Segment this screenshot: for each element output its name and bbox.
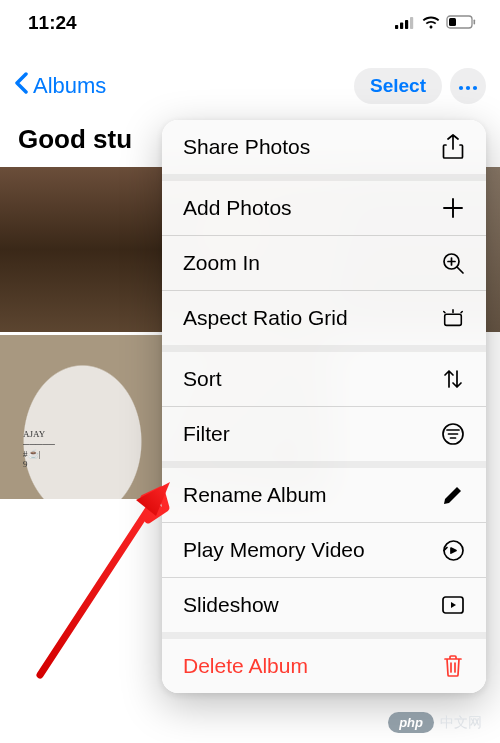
share-icon (441, 135, 465, 159)
menu-item-sort[interactable]: Sort (162, 352, 486, 407)
menu-item-rename-album[interactable]: Rename Album (162, 468, 486, 523)
svg-point-8 (466, 86, 470, 90)
menu-item-delete-album[interactable]: Delete Album (162, 639, 486, 693)
svg-rect-2 (405, 20, 408, 29)
svg-rect-1 (400, 23, 403, 30)
filter-icon (441, 422, 465, 446)
menu-item-zoom-in[interactable]: Zoom In (162, 236, 486, 291)
svg-rect-3 (410, 17, 413, 29)
nav-bar: Albums Select (0, 40, 500, 124)
chevron-left-icon (14, 72, 29, 100)
battery-icon (446, 12, 476, 34)
svg-rect-0 (395, 25, 398, 29)
photo-thumbnail[interactable] (0, 167, 165, 332)
menu-item-play-memory-video[interactable]: Play Memory Video (162, 523, 486, 578)
menu-item-label: Delete Album (183, 654, 308, 678)
wifi-icon (421, 12, 441, 34)
sort-icon (441, 367, 465, 391)
status-time: 11:24 (28, 12, 77, 34)
menu-item-label: Filter (183, 422, 230, 446)
status-indicators (395, 12, 476, 34)
menu-item-aspect-ratio-grid[interactable]: Aspect Ratio Grid (162, 291, 486, 352)
select-label: Select (370, 75, 426, 96)
ellipsis-icon (457, 77, 479, 95)
more-button[interactable] (450, 68, 486, 104)
status-bar: 11:24 (0, 0, 500, 40)
svg-point-9 (473, 86, 477, 90)
select-button[interactable]: Select (354, 68, 442, 104)
svg-rect-6 (474, 20, 476, 25)
menu-item-label: Add Photos (183, 196, 292, 220)
menu-item-label: Zoom In (183, 251, 260, 275)
annotation-arrow (18, 480, 178, 680)
watermark-badge: php (388, 712, 434, 733)
svg-rect-5 (449, 18, 456, 26)
menu-item-filter[interactable]: Filter (162, 407, 486, 468)
svg-rect-11 (445, 314, 462, 325)
pencil-icon (441, 483, 465, 507)
svg-point-7 (459, 86, 463, 90)
menu-item-label: Rename Album (183, 483, 327, 507)
menu-item-label: Aspect Ratio Grid (183, 306, 348, 330)
menu-item-label: Sort (183, 367, 222, 391)
menu-item-slideshow[interactable]: Slideshow (162, 578, 486, 639)
menu-item-label: Slideshow (183, 593, 279, 617)
photo-thumbnail[interactable] (0, 335, 165, 500)
back-button[interactable]: Albums (14, 72, 106, 100)
menu-item-label: Share Photos (183, 135, 310, 159)
slideshow-icon (441, 593, 465, 617)
menu-item-share-photos[interactable]: Share Photos (162, 120, 486, 181)
plus-icon (441, 196, 465, 220)
memory-icon (441, 538, 465, 562)
aspect-ratio-icon (441, 306, 465, 330)
menu-item-add-photos[interactable]: Add Photos (162, 181, 486, 236)
signal-icon (395, 12, 416, 34)
back-label: Albums (33, 73, 106, 99)
context-menu: Share PhotosAdd PhotosZoom InAspect Rati… (162, 120, 486, 693)
menu-item-label: Play Memory Video (183, 538, 365, 562)
trash-icon (441, 654, 465, 678)
watermark-label: 中文网 (440, 714, 482, 732)
zoom-in-icon (441, 251, 465, 275)
watermark: php 中文网 (388, 712, 482, 733)
nav-actions: Select (354, 68, 486, 104)
